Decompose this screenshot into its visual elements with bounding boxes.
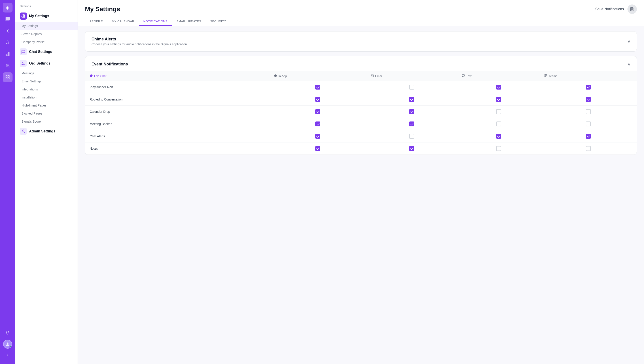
saved-replies-label: Saved Replies [22,32,42,36]
checkbox-meeting-booked-teams[interactable] [586,122,591,126]
sidebar-item-meetings[interactable]: Meetings [15,69,78,77]
checkbox-chat-alerts-email[interactable] [409,134,414,139]
installation-label: Installation [22,96,37,99]
tab-email-updates[interactable]: EMAIL UPDATES [172,18,206,26]
row-label-chat-alerts: Chat Alerts [85,130,270,142]
svg-rect-19 [545,76,546,77]
checkbox-calendar-drop-email[interactable] [409,109,414,114]
checkbox-playrunner-alert-teams[interactable] [586,85,591,90]
tab-security[interactable]: SECURITY [206,18,231,26]
chime-alerts-card: Chime Alerts Choose your settings for au… [85,31,637,52]
sidebar-item-signals-score[interactable]: Signals Score [15,118,78,126]
chime-alerts-text: Chime Alerts Choose your settings for au… [91,37,188,46]
sidebar-item-installation[interactable]: Installation [15,93,78,102]
checkbox-calendar-drop-teams[interactable] [586,109,591,114]
live-chat-icon [90,74,93,78]
checkbox-notes-in_app[interactable] [315,146,320,151]
checkbox-meeting-booked-in_app[interactable] [315,122,320,126]
tab-notifications[interactable]: NOTIFICATIONS [139,18,172,26]
svg-point-12 [24,64,25,65]
chime-alerts-chevron-icon: ∨ [627,39,630,44]
cell-calendar-drop-in_app [270,106,366,118]
cell-notes-in_app [270,142,366,155]
cell-meeting-booked-email [366,118,457,130]
sidebar-item-high-intent-pages[interactable]: High-Intent Pages [15,102,78,110]
icon-bar: ◈ › [0,0,15,364]
chat-settings-label: Chat Settings [29,50,52,54]
sidebar-item-integrations[interactable]: Integrations [15,85,78,93]
checkbox-notes-text[interactable] [496,146,501,151]
checkbox-playrunner-alert-email[interactable] [409,85,414,90]
chime-alerts-header[interactable]: Chime Alerts Choose your settings for au… [85,32,637,51]
event-notifications-title: Event Notifications [91,62,128,66]
logo-icon[interactable]: ◈ [3,3,13,12]
sidebar-item-admin-settings[interactable]: Admin Settings [15,126,78,137]
checkbox-playrunner-alert-in_app[interactable] [315,85,320,90]
checkbox-chat-alerts-teams[interactable] [586,134,591,139]
bell-icon[interactable] [3,328,13,338]
grid-icon[interactable] [3,72,13,82]
my-settings-sub-label: My Settings [22,24,38,28]
svg-rect-16 [371,74,374,76]
avatar[interactable] [3,340,12,348]
sidebar-item-blocked-pages[interactable]: Blocked Pages [15,110,78,118]
checkbox-notes-teams[interactable] [586,146,591,151]
expand-icon[interactable]: › [5,350,10,359]
table-header-row: Live Chat In-App [85,71,637,81]
checkbox-routed-to-conversation-teams[interactable] [586,97,591,102]
chart-icon[interactable] [3,49,13,59]
checkbox-notes-email[interactable] [409,146,414,151]
blocked-pages-label: Blocked Pages [22,112,42,115]
col-email: Email [366,71,457,81]
sidebar: Settings My Settings My Settings Saved R… [15,0,78,364]
chat-settings-icon [20,48,27,56]
sidebar-item-saved-replies[interactable]: Saved Replies [15,30,78,38]
checkbox-routed-to-conversation-in_app[interactable] [315,97,320,102]
sidebar-item-my-settings[interactable]: My Settings [15,10,78,22]
sidebar-item-company-profile[interactable]: Company Profile [15,38,78,46]
svg-rect-17 [545,74,546,76]
my-settings-icon [20,12,27,20]
table-row: Calendar Drop [85,106,637,118]
svg-point-13 [23,130,24,131]
company-profile-label: Company Profile [22,40,45,44]
row-label-routed-to-conversation: Routed to Conversation [85,93,270,106]
tab-calendar[interactable]: MY CALENDAR [107,18,139,26]
table-row: PlayRunner Alert [85,81,637,93]
sidebar-item-my-settings-sub[interactable]: My Settings [15,22,78,30]
save-icon-button[interactable] [627,4,637,14]
sidebar-item-email-settings[interactable]: Email Settings [15,77,78,85]
cell-routed-to-conversation-teams [540,93,637,106]
checkbox-meeting-booked-text[interactable] [496,122,501,126]
cell-notes-teams [540,142,637,155]
table-row: Meeting Booked [85,118,637,130]
event-notifications-chevron-icon: ∧ [627,62,630,66]
checkbox-chat-alerts-text[interactable] [496,134,501,139]
admin-settings-label: Admin Settings [29,129,55,133]
tab-profile[interactable]: PROFILE [85,18,107,26]
sidebar-item-org-settings[interactable]: Org Settings [15,58,78,69]
checkbox-meeting-booked-email[interactable] [409,122,414,126]
cell-chat-alerts-text [457,130,540,142]
cell-playrunner-alert-in_app [270,81,366,93]
checkbox-chat-alerts-in_app[interactable] [315,134,320,139]
main-header-top: My Settings Save Notifications [85,4,637,14]
checkbox-routed-to-conversation-email[interactable] [409,97,414,102]
chat-icon[interactable] [3,14,13,24]
icon-bar-top: ◈ [3,3,13,328]
svg-point-15 [274,74,277,77]
checkbox-calendar-drop-in_app[interactable] [315,109,320,114]
checkbox-calendar-drop-text[interactable] [496,109,501,114]
cell-chat-alerts-email [366,130,457,142]
users-icon[interactable] [3,61,13,70]
sidebar-item-chat-settings[interactable]: Chat Settings [15,46,78,58]
svg-rect-2 [9,52,9,56]
checkbox-routed-to-conversation-text[interactable] [496,97,501,102]
main-content: My Settings Save Notifications PROFILE M… [78,0,644,364]
col-text: Text [457,71,540,81]
flask-icon[interactable] [3,38,13,47]
cross-icon[interactable] [3,26,13,36]
avatar-online-dot [10,346,12,348]
checkbox-playrunner-alert-text[interactable] [496,85,501,90]
cell-routed-to-conversation-in_app [270,93,366,106]
